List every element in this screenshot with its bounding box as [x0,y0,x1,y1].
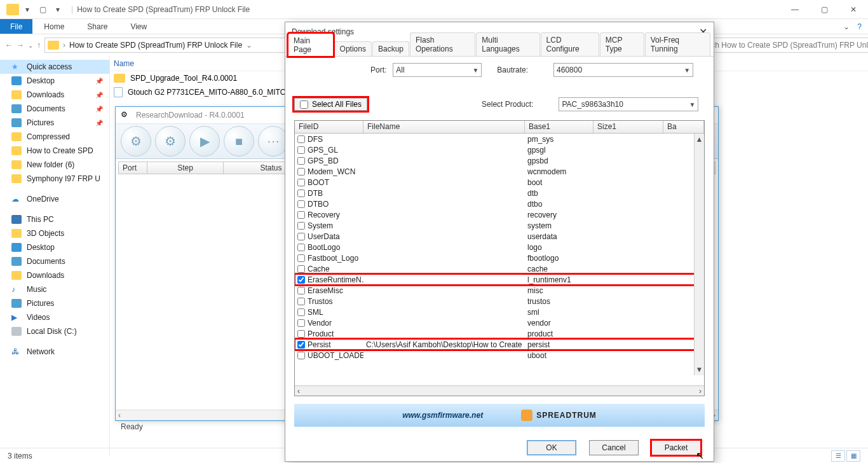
ribbon-home-tab[interactable]: Home [32,19,76,34]
grid-row[interactable]: Cachecache [295,263,704,274]
grid-row[interactable]: Modem_WCNwcnmodem [295,166,704,177]
scroll-down-icon[interactable]: ▼ [696,365,703,374]
navpane-desktop[interactable]: Desktop📌 [0,74,109,88]
baudrate-combobox[interactable]: 460800▼ [553,63,693,77]
grid-row[interactable]: UBOOT_LOADERuboot [295,350,704,361]
row-checkbox[interactable] [297,168,305,176]
view-large-button[interactable]: ▦ [846,450,860,462]
col-base2[interactable]: Ba [663,121,704,133]
grid-row[interactable]: UserDatauserdata [295,231,704,242]
view-details-button[interactable]: ☰ [831,450,845,462]
navpane-documents2[interactable]: Documents [0,254,109,268]
grid-row[interactable]: Recoveryrecovery [295,209,704,220]
chevron-down-icon[interactable]: ⌄ [246,41,252,50]
navpane-videos[interactable]: ▶Videos [0,310,109,324]
scroll-left-icon[interactable]: ‹ [297,387,300,396]
select-all-files-button[interactable]: Select All Files [294,98,367,111]
navpane-thispc[interactable]: This PC [0,212,109,226]
scroll-right-icon[interactable]: › [699,387,702,396]
cancel-button[interactable]: Cancel [589,440,639,455]
tab-lcd-configure[interactable]: LCD Configure [541,32,599,56]
grid-row[interactable]: EraseRuntimeN…l_runtimenv1 [295,274,704,285]
row-checkbox[interactable] [297,233,305,240]
grid-row[interactable]: DTBOdtbo [295,198,704,209]
grid-row[interactable]: SMLsml [295,307,704,317]
row-checkbox[interactable] [297,200,305,208]
grid-row[interactable]: GPS_BDgpsbd [295,155,704,166]
grid-row[interactable]: Productproduct [295,328,704,339]
ribbon-view-tab[interactable]: View [119,19,158,34]
tab-flash-operations[interactable]: Flash Operations [410,32,475,56]
navpane-pictures[interactable]: Pictures📌 [0,116,109,130]
port-combobox[interactable]: All▼ [393,63,482,77]
rd-settings2-button[interactable]: ⚙ [155,126,186,156]
grid-body[interactable]: DFSpm_sysGPS_GLgpsglGPS_BDgpsbdModem_WCN… [295,134,704,385]
row-checkbox[interactable] [297,135,305,143]
navpane-documents[interactable]: Documents📌 [0,102,109,116]
row-checkbox[interactable] [297,190,305,197]
row-checkbox[interactable] [297,254,305,262]
back-button[interactable]: ← [5,38,13,53]
grid-row[interactable]: Systemsystem [295,220,704,231]
row-checkbox[interactable] [297,319,305,327]
vertical-scrollbar[interactable]: ▲▼ [694,134,704,375]
select-product-combobox[interactable]: PAC_s9863a3h10▼ [559,97,698,111]
navpane-downloads[interactable]: Downloads📌 [0,88,109,102]
ribbon-file-tab[interactable]: File [0,19,32,34]
select-all-checkbox[interactable] [300,100,308,109]
navpane-howto[interactable]: How to Create SPD [0,144,109,158]
col-fileid[interactable]: FileID [295,121,363,133]
navpane-desktop2[interactable]: Desktop [0,240,109,254]
packet-button[interactable]: Packet [651,440,701,455]
maximize-button[interactable]: ▢ [810,0,839,19]
grid-row[interactable]: Vendorvendor [295,317,704,328]
row-checkbox[interactable] [297,352,305,359]
row-checkbox[interactable] [297,146,305,154]
navpane-compressed[interactable]: Compressed [0,130,109,144]
row-checkbox[interactable] [297,211,305,219]
grid-row[interactable]: DTBdtb [295,188,704,198]
grid-row[interactable]: BootLogologo [295,242,704,252]
recent-dropdown-icon[interactable]: ⌄ [28,38,33,53]
tab-multi-languages[interactable]: Multi Languages [476,32,539,56]
rd-extra-button[interactable]: ⋯ [258,126,288,156]
rd-col-port[interactable]: Port [119,162,147,174]
grid-row[interactable]: EraseMiscmisc [295,285,704,296]
tab-main-page[interactable]: Main Page [288,33,334,57]
grid-row[interactable]: Fastboot_Logofbootlogo [295,252,704,263]
row-checkbox[interactable] [297,287,305,294]
tab-mcp-type[interactable]: MCP Type [600,32,644,56]
forward-button[interactable]: → [17,38,24,53]
navpane-localdisk[interactable]: Local Disk (C:) [0,324,109,338]
rd-stop-button[interactable]: ■ [224,126,254,156]
ribbon-expand-icon[interactable]: ⌄ [843,22,850,31]
grid-row[interactable]: Trustostrustos [295,296,704,307]
grid-row[interactable]: PersistC:\Users\Asif Kamboh\Desktop\How … [295,339,704,350]
row-checkbox[interactable] [297,222,305,230]
row-checkbox[interactable] [297,341,305,349]
col-base1[interactable]: Base1 [525,121,593,133]
tab-vol-freq[interactable]: Vol-Freq Tunning [645,32,710,56]
up-button[interactable]: ↑ [37,38,41,53]
row-checkbox[interactable] [297,265,305,273]
qat-dropdown-icon[interactable]: ▾ [20,3,34,17]
row-checkbox[interactable] [297,308,305,316]
close-button[interactable]: ✕ [839,0,868,19]
row-checkbox[interactable] [297,244,305,251]
scroll-up-icon[interactable]: ▲ [696,135,703,144]
ribbon-share-tab[interactable]: Share [76,19,119,34]
chevron-right-icon[interactable]: › [63,41,65,50]
row-checkbox[interactable] [297,157,305,165]
navpane-3dobjects[interactable]: 3D Objects [0,226,109,240]
address-segment[interactable]: How to Create SPD (SpreadTrum) FRP Unloc… [69,41,242,50]
navpane-newfolder[interactable]: New folder (6) [0,158,109,172]
row-checkbox[interactable] [297,330,305,338]
rd-col-step[interactable]: Step [147,162,224,174]
grid-row[interactable]: DFSpm_sys [295,134,704,144]
navpane-quick-access[interactable]: ★Quick access [0,60,109,74]
rd-start-button[interactable]: ▶ [189,126,220,156]
navpane-symphony[interactable]: Symphony I97 FRP U [0,172,109,186]
qat-item1-icon[interactable]: ▢ [36,3,50,17]
horizontal-scrollbar[interactable]: ‹› [295,385,704,396]
navpane-onedrive[interactable]: ☁OneDrive [0,192,109,206]
